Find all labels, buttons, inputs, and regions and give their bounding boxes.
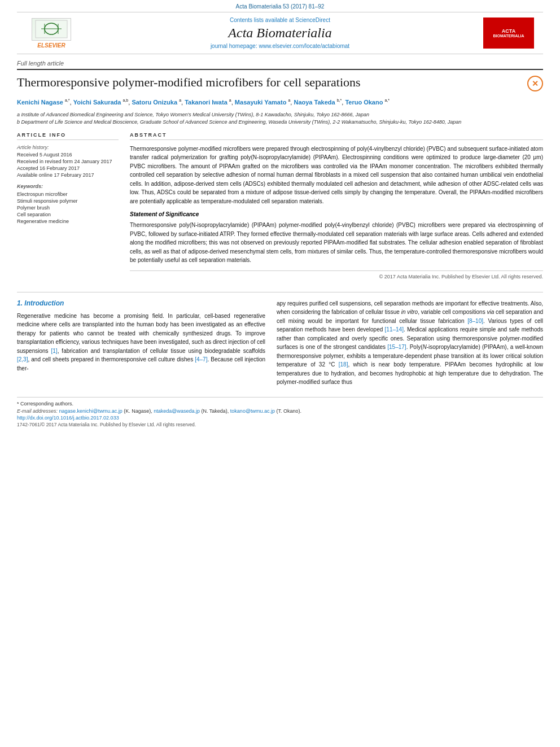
article-info-column: ARTICLE INFO Article history: Received 5… [17, 132, 119, 279]
body-left-column: 1. Introduction Regenerative medicine ha… [17, 299, 265, 391]
cite-23[interactable]: [2,3] [17, 356, 28, 362]
keyword-5: Regenerative medicine [17, 219, 119, 224]
authors-line: Kenichi Nagase a,*, Yoichi Sakurada a,b,… [17, 98, 543, 108]
cite-18[interactable]: [18] [339, 361, 348, 368]
available-date: Available online 17 February 2017 [17, 172, 119, 178]
cite-47[interactable]: [4–7] [195, 356, 207, 362]
email-takeda[interactable]: ntakeda@waseda.jp [154, 408, 200, 414]
page-footer: * Corresponding authors. E-mail addresse… [17, 397, 543, 427]
intro-paragraph-1: Regenerative medicine has become a promi… [17, 312, 265, 373]
crossmark-badge[interactable]: ✕ [527, 76, 543, 91]
elsevier-logo-image [32, 18, 71, 41]
body-right-column: apy requires purified cell suspensions, … [277, 299, 543, 391]
article-title: Thermoresponsive polymer-modified microf… [17, 75, 543, 91]
sciencedirect-link[interactable]: ScienceDirect [295, 17, 330, 23]
cite-810[interactable]: [8–10] [467, 318, 483, 324]
footer-copyright: 1742-7061/© 2017 Acta Materialia Inc. Pu… [17, 422, 543, 427]
intro-paragraph-right: apy requires purified cell suspensions, … [277, 299, 543, 387]
email-okano[interactable]: tokano@twmu.ac.jp [230, 408, 275, 414]
affiliation-a: a Institute of Advanced Biomedical Engin… [17, 111, 543, 119]
abstract-column: ABSTRACT Thermoresponsive polymer-modifi… [130, 132, 543, 279]
abstract-text: Thermoresponsive polymer-modified microf… [130, 145, 543, 206]
main-content: Full length article ✕ Thermoresponsive p… [17, 54, 543, 285]
homepage-label: journal homepage: www.elsevier.com/locat… [211, 43, 349, 49]
top-citation-bar: Acta Biomaterialia 53 (2017) 81–92 [0, 0, 560, 12]
connector-and: and [31, 356, 42, 362]
affiliation-b: b Department of Life Science and Medical… [17, 119, 543, 126]
cite-1[interactable]: [1] [51, 348, 58, 354]
history-label: Article history: [17, 145, 119, 150]
received-date: Received 5 August 2016 [17, 152, 119, 158]
section-divider [17, 292, 543, 292]
contents-label: Contents lists available at [230, 17, 294, 23]
article-info-heading: ARTICLE INFO [17, 132, 119, 140]
body-content: 1. Introduction Regenerative medicine ha… [17, 299, 543, 391]
significance-heading: Statement of Significance [130, 211, 543, 217]
authors-text: Kenichi Nagase a,*, Yoichi Sakurada a,b,… [17, 99, 390, 106]
received-revised-date: Received in revised form 24 January 2017 [17, 159, 119, 164]
significance-text: Thermoresponsive poly(N-isopropylacrylam… [130, 221, 543, 265]
keyword-4: Cell separation [17, 212, 119, 217]
contents-available-line: Contents lists available at ScienceDirec… [77, 17, 483, 23]
journal-header-center: Contents lists available at ScienceDirec… [77, 17, 483, 49]
top-citation-text: Acta Biomaterialia 53 (2017) 81–92 [236, 3, 325, 10]
title-section: ✕ Thermoresponsive polymer-modified micr… [17, 75, 543, 91]
doi-link[interactable]: http://dx.doi.org/10.1016/j.actbio.2017.… [17, 415, 543, 421]
keyword-1: Electrospun microfiber [17, 191, 119, 197]
keyword-3: Polymer brush [17, 205, 119, 211]
article-info-abstract-columns: ARTICLE INFO Article history: Received 5… [17, 132, 543, 279]
keyword-2: Stimuli responsive polymer [17, 198, 119, 204]
copyright-line: © 2017 Acta Materialia Inc. Published by… [130, 270, 543, 279]
doi-text: http://dx.doi.org/10.1016/j.actbio.2017.… [17, 415, 119, 421]
email-line: E-mail addresses: nagase.kenichi@twmu.ac… [17, 408, 543, 414]
article-type: Full length article [17, 60, 543, 70]
corresponding-authors-note: * Corresponding authors. [17, 401, 543, 407]
journal-header: ELSEVIER Contents lists available at Sci… [17, 12, 543, 54]
elsevier-text: ELSEVIER [37, 42, 65, 49]
keywords-label: Keywords: [17, 184, 119, 189]
acta-logo-right: ACTA BIOMATERIALIA [483, 18, 534, 49]
cite-1517[interactable]: [15–17] [387, 344, 406, 350]
journal-homepage: journal homepage: www.elsevier.com/locat… [77, 43, 483, 49]
affiliations: a Institute of Advanced Biomedical Engin… [17, 111, 543, 126]
journal-title: Acta Biomaterialia [77, 25, 483, 41]
accepted-date: Accepted 16 February 2017 [17, 165, 119, 171]
email-addresses-label: E-mail addresses: [17, 408, 59, 414]
abstract-heading: ABSTRACT [130, 132, 543, 140]
intro-heading: 1. Introduction [17, 299, 265, 307]
elsevier-logo: ELSEVIER [26, 18, 77, 49]
cite-1114[interactable]: [11–14] [385, 326, 404, 333]
email-nagase[interactable]: nagase.kenichi@twmu.ac.jp [59, 408, 123, 414]
